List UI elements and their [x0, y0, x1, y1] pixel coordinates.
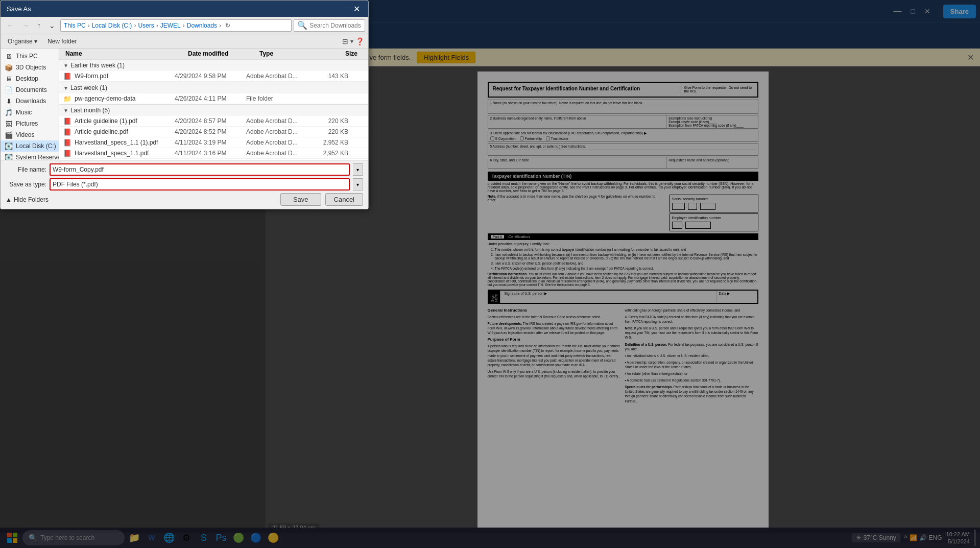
list-item[interactable]: 📕 Harvestland_specs_1.1.pdf 4/11/2024 3:… [59, 148, 368, 159]
pdf-file-icon: 📕 [63, 149, 71, 157]
new-folder-button[interactable]: New folder [44, 37, 80, 46]
sidebar-music[interactable]: 🎵 Music [1, 107, 59, 118]
view-dropdown-button[interactable]: ▾ [350, 38, 353, 45]
sidebar-pictures[interactable]: 🖼 Pictures [1, 118, 59, 129]
sidebar-documents[interactable]: 📄 Documents [1, 84, 59, 96]
sidebar-this-pc[interactable]: 🖥 This PC [1, 51, 59, 62]
group-chevron-icon[interactable]: ▼ [63, 108, 68, 113]
view-mode-button[interactable]: ⊟ [342, 37, 348, 45]
file-type: File folder [246, 95, 307, 102]
filename-dropdown-button[interactable]: ▾ [353, 163, 363, 176]
documents-label: Documents [16, 86, 47, 93]
group-chevron-icon[interactable]: ▼ [63, 63, 68, 68]
sidebar-videos[interactable]: 🎬 Videos [1, 129, 59, 140]
list-item[interactable]: 📕 Harvestland_specs_1.1 (1).pdf 4/11/202… [59, 137, 368, 148]
search-box: 🔍 [294, 19, 365, 32]
videos-icon: 🎬 [5, 131, 13, 139]
file-date: 4/20/2024 8:52 PM [175, 128, 246, 135]
file-size: 2,952 KB [307, 150, 348, 157]
refresh-button[interactable]: ↻ [225, 22, 230, 29]
3d-objects-label: 3D Objects [16, 64, 46, 71]
music-icon: 🎵 [5, 108, 13, 116]
group-label-this-week: Earlier this week (1) [70, 62, 125, 69]
cancel-button[interactable]: Cancel [325, 193, 363, 206]
music-label: Music [16, 109, 32, 116]
list-item[interactable]: 📕 Article guideline (1).pdf 4/20/2024 8:… [59, 116, 368, 127]
action-buttons: Save Cancel [280, 193, 363, 206]
sidebar-system-reserved[interactable]: 💽 System Reserve... [1, 152, 59, 160]
file-list: Name Date modified Type Size ▼ Earlier t… [59, 49, 368, 160]
col-header-size[interactable]: Size [319, 50, 360, 57]
file-size: 220 KB [307, 128, 348, 135]
file-date: 4/20/2024 8:57 PM [175, 117, 246, 125]
file-list-header: Name Date modified Type Size [59, 49, 368, 59]
file-name: Article guideline (1).pdf [75, 117, 137, 125]
pdf-file-icon: 📕 [63, 72, 71, 80]
dialog-close-button[interactable]: ✕ [351, 4, 362, 14]
hide-folders-button[interactable]: ▲ Hide Folders [6, 196, 49, 203]
documents-icon: 📄 [5, 86, 13, 94]
file-type: Adobe Acrobat D... [246, 73, 307, 80]
up-button[interactable]: ↑ [34, 20, 44, 31]
save-as-dialog: Save As ✕ ← → ↑ ⌄ This PC › Local Disk (… [0, 0, 369, 209]
file-date: 4/26/2024 4:11 PM [175, 95, 246, 102]
search-box-icon: 🔍 [297, 20, 307, 30]
organize-button[interactable]: Organise ▾ [5, 37, 40, 46]
local-disk-icon: 💽 [5, 142, 13, 150]
sidebar-desktop[interactable]: 🖥 Desktop [1, 73, 59, 84]
back-button[interactable]: ← [4, 20, 17, 31]
group-label-last-month: Last month (5) [70, 107, 110, 114]
hide-folders-label: Hide Folders [14, 196, 49, 203]
list-item[interactable]: 📕 Article guideline.pdf 4/20/2024 8:52 P… [59, 127, 368, 137]
browser-body: 🖥 This PC 📦 3D Objects 🖥 Desktop 📄 Docum… [1, 49, 368, 160]
sidebar-local-disk[interactable]: 💽 Local Disk (C:) [1, 140, 59, 152]
file-name: Harvestland_specs_1.1 (1).pdf [75, 139, 158, 146]
group-label-last-week: Last week (1) [70, 84, 107, 91]
filetype-row: Save as type: ▾ [6, 178, 363, 190]
filename-label: File name: [6, 166, 46, 173]
breadcrumb-this-pc[interactable]: This PC [64, 22, 86, 29]
desktop-icon: 🖥 [5, 75, 13, 83]
file-name: Harvestland_specs_1.1.pdf [75, 150, 149, 157]
col-header-date[interactable]: Date modified [186, 50, 257, 57]
help-button[interactable]: ❓ [355, 37, 364, 45]
browser-toolbar: ← → ↑ ⌄ This PC › Local Disk (C:) › User… [1, 17, 368, 34]
file-date: 4/29/2024 9:58 PM [175, 73, 246, 80]
file-type: Adobe Acrobat D... [246, 117, 307, 125]
filetype-label: Save as type: [6, 181, 46, 188]
list-item[interactable]: 📁 pw-agency-demo-data 4/26/2024 4:11 PM … [59, 93, 368, 104]
chevron-up-icon: ▲ [6, 196, 12, 203]
sidebar-downloads[interactable]: ⬇ Downloads [1, 96, 59, 107]
filetype-dropdown-button[interactable]: ▾ [353, 178, 363, 190]
list-item[interactable]: 📕 W9-form.pdf 4/29/2024 9:58 PM Adobe Ac… [59, 71, 368, 82]
save-button[interactable]: Save [280, 193, 321, 206]
3d-objects-icon: 📦 [5, 63, 13, 72]
dialog-overlay: Save As ✕ ← → ↑ ⌄ This PC › Local Disk (… [0, 0, 980, 548]
sidebar-3d-objects[interactable]: 📦 3D Objects [1, 62, 59, 73]
breadcrumb-users[interactable]: Users [138, 22, 154, 29]
filename-input[interactable] [50, 163, 350, 176]
breadcrumb-jewel[interactable]: JEWEL [160, 22, 181, 29]
col-header-name[interactable]: Name [63, 50, 186, 57]
view-icons: ⊟ ▾ ❓ [342, 37, 364, 45]
file-type: Adobe Acrobat D... [246, 128, 307, 135]
desktop-label: Desktop [16, 75, 38, 82]
pictures-label: Pictures [16, 120, 38, 127]
this-pc-label: This PC [16, 53, 38, 60]
dialog-titlebar: Save As ✕ [1, 1, 368, 17]
search-input[interactable] [309, 22, 386, 29]
local-disk-label: Local Disk (C:) [16, 142, 56, 150]
system-reserved-label: System Reserve... [16, 154, 59, 160]
recent-button[interactable]: ⌄ [46, 20, 58, 31]
downloads-icon: ⬇ [5, 97, 13, 105]
file-date: 4/11/2024 3:19 PM [175, 139, 246, 146]
file-name: Article guideline.pdf [75, 128, 128, 135]
group-chevron-icon[interactable]: ▼ [63, 85, 68, 91]
breadcrumb-downloads[interactable]: Downloads [187, 22, 217, 29]
col-header-type[interactable]: Type [257, 50, 319, 57]
forward-button[interactable]: → [19, 20, 32, 31]
filetype-input[interactable] [50, 178, 350, 190]
breadcrumb-local-disk[interactable]: Local Disk (C:) [92, 22, 132, 29]
group-last-week: ▼ Last week (1) [59, 82, 368, 93]
file-type: Adobe Acrobat D... [246, 150, 307, 157]
